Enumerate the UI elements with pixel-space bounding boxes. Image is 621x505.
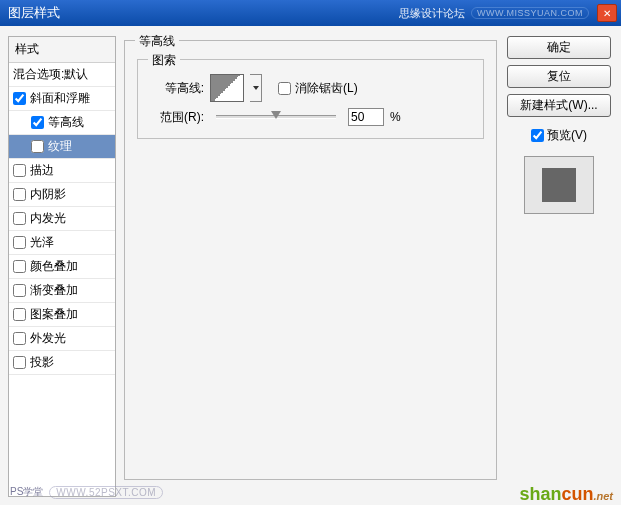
style-row[interactable]: 投影 [9,351,115,375]
style-checkbox[interactable] [13,212,26,225]
antialias-control[interactable]: 消除锯齿(L) [278,80,358,97]
elements-fieldset: 图索 等高线: 消除锯齿(L) 范围(R): [137,59,484,139]
style-row[interactable]: 等高线 [9,111,115,135]
style-checkbox[interactable] [31,116,44,129]
style-row[interactable]: 渐变叠加 [9,279,115,303]
style-label: 内发光 [30,210,66,227]
preview-box [524,156,594,214]
style-row[interactable]: 光泽 [9,231,115,255]
range-slider[interactable] [216,115,336,119]
ok-button[interactable]: 确定 [507,36,611,59]
range-row: 范围(R): % [148,108,473,126]
preview-control[interactable]: 预览(V) [531,127,587,144]
window-title: 图层样式 [8,4,399,22]
preview-swatch [542,168,576,202]
style-list: 样式 混合选项:默认 斜面和浮雕等高线纹理描边内阴影内发光光泽颜色叠加渐变叠加图… [8,36,116,497]
style-label: 投影 [30,354,54,371]
style-label: 描边 [30,162,54,179]
style-label: 纹理 [48,138,72,155]
antialias-checkbox[interactable] [278,82,291,95]
close-icon[interactable]: ✕ [597,4,617,22]
watermark-bottom-right: shancun.net [519,484,613,505]
style-checkbox[interactable] [13,92,26,105]
style-label: 渐变叠加 [30,282,78,299]
style-label: 光泽 [30,234,54,251]
reset-button[interactable]: 复位 [507,65,611,88]
style-checkbox[interactable] [13,308,26,321]
range-label: 范围(R): [148,109,204,126]
inner-legend: 图索 [148,52,180,69]
preview-checkbox[interactable] [531,129,544,142]
style-label: 等高线 [48,114,84,131]
style-checkbox[interactable] [13,260,26,273]
style-row[interactable]: 斜面和浮雕 [9,87,115,111]
contour-dropdown-icon[interactable] [250,74,262,102]
style-label: 外发光 [30,330,66,347]
contour-swatch[interactable] [210,74,244,102]
style-checkbox[interactable] [13,284,26,297]
blend-options-row[interactable]: 混合选项:默认 [9,63,115,87]
contour-fieldset: 等高线 图索 等高线: 消除锯齿(L) 范围(R): [124,40,497,480]
style-checkbox[interactable] [13,188,26,201]
style-checkbox[interactable] [31,140,44,153]
titlebar: 图层样式 思缘设计论坛 WWW.MISSYUAN.COM ✕ [0,0,621,26]
new-style-button[interactable]: 新建样式(W)... [507,94,611,117]
style-checkbox[interactable] [13,236,26,249]
style-label: 颜色叠加 [30,258,78,275]
slider-thumb-icon[interactable] [271,111,281,119]
style-row[interactable]: 内发光 [9,207,115,231]
style-label: 内阴影 [30,186,66,203]
fieldset-legend: 等高线 [135,33,179,50]
range-unit: % [390,110,401,124]
style-row[interactable]: 颜色叠加 [9,255,115,279]
style-label: 斜面和浮雕 [30,90,90,107]
style-row[interactable]: 外发光 [9,327,115,351]
titlebar-branding: 思缘设计论坛 WWW.MISSYUAN.COM [399,6,589,21]
style-checkbox[interactable] [13,332,26,345]
range-input[interactable] [348,108,384,126]
style-row[interactable]: 纹理 [9,135,115,159]
watermark-bottom-left: PS学堂 WWW.52PSXT.COM [10,485,163,499]
contour-row: 等高线: 消除锯齿(L) [148,74,473,102]
right-column: 确定 复位 新建样式(W)... 预览(V) [505,36,613,497]
dialog-content: 样式 混合选项:默认 斜面和浮雕等高线纹理描边内阴影内发光光泽颜色叠加渐变叠加图… [0,26,621,505]
contour-label: 等高线: [148,80,204,97]
style-row[interactable]: 图案叠加 [9,303,115,327]
style-row[interactable]: 描边 [9,159,115,183]
style-checkbox[interactable] [13,356,26,369]
style-row[interactable]: 内阴影 [9,183,115,207]
style-label: 图案叠加 [30,306,78,323]
settings-panel: 等高线 图索 等高线: 消除锯齿(L) 范围(R): [124,36,497,497]
style-list-header[interactable]: 样式 [9,37,115,63]
style-checkbox[interactable] [13,164,26,177]
